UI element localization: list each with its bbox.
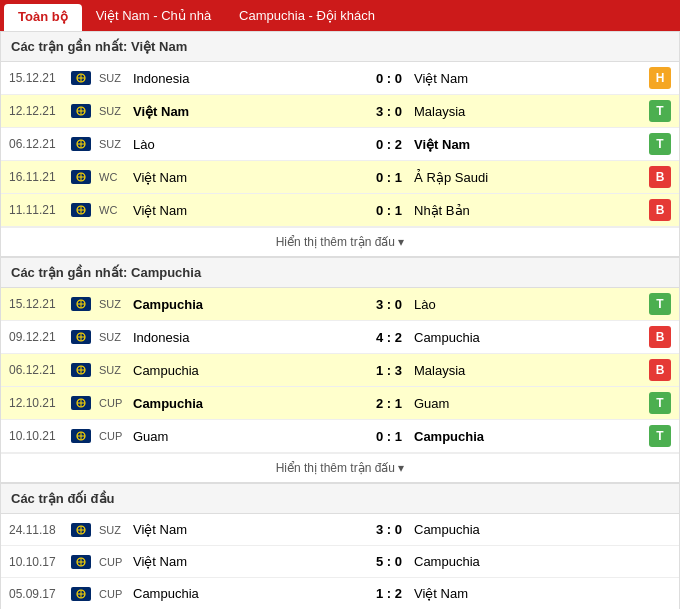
match-flag — [71, 297, 99, 311]
section-vietnam-recent: Các trận gần nhất: Việt Nam15.12.21 SUZI… — [0, 31, 680, 257]
match-home-team: Việt Nam — [133, 522, 368, 537]
match-away-team: Việt Nam — [410, 586, 645, 601]
match-away-team: Malaysia — [410, 104, 645, 119]
section-campuchia-recent: Các trận gần nhất: Campuchia15.12.21 SUZ… — [0, 257, 680, 483]
match-score: 0 : 1 — [368, 170, 410, 185]
match-result-badge: T — [649, 392, 671, 414]
match-flag — [71, 363, 99, 377]
match-score: 0 : 1 — [368, 203, 410, 218]
match-date: 16.11.21 — [9, 170, 71, 184]
match-score: 3 : 0 — [368, 522, 410, 537]
match-result-badge: B — [649, 166, 671, 188]
section-header-vietnam-recent: Các trận gần nhất: Việt Nam — [1, 32, 679, 62]
match-date: 06.12.21 — [9, 363, 71, 377]
sections-container: Các trận gần nhất: Việt Nam15.12.21 SUZI… — [0, 31, 680, 609]
tabs-bar: Toàn bộViệt Nam - Chủ nhàCampuchia - Đội… — [0, 0, 680, 31]
match-date: 10.10.17 — [9, 555, 71, 569]
match-score: 1 : 3 — [368, 363, 410, 378]
match-home-team: Campuchia — [133, 586, 368, 601]
match-competition: WC — [99, 171, 133, 183]
match-competition: SUZ — [99, 138, 133, 150]
match-competition: SUZ — [99, 364, 133, 376]
match-result-badge: B — [649, 359, 671, 381]
match-score: 0 : 0 — [368, 71, 410, 86]
match-row: 15.12.21 SUZIndonesia0 : 0Việt NamH — [1, 62, 679, 95]
match-score: 3 : 0 — [368, 104, 410, 119]
match-competition: CUP — [99, 430, 133, 442]
match-away-team: Campuchia — [410, 330, 645, 345]
match-flag — [71, 396, 99, 410]
match-row: 12.10.21 CUPCampuchia2 : 1GuamT — [1, 387, 679, 420]
section-header-campuchia-recent: Các trận gần nhất: Campuchia — [1, 258, 679, 288]
match-score: 3 : 0 — [368, 297, 410, 312]
match-home-team: Việt Nam — [133, 203, 368, 218]
match-away-team: Campuchia — [410, 554, 645, 569]
match-flag — [71, 71, 99, 85]
match-flag — [71, 203, 99, 217]
match-competition: WC — [99, 204, 133, 216]
match-row: 24.11.18 SUZViệt Nam3 : 0Campuchia — [1, 514, 679, 546]
match-date: 12.12.21 — [9, 104, 71, 118]
match-row: 12.12.21 SUZViệt Nam3 : 0MalaysiaT — [1, 95, 679, 128]
match-result-badge: H — [649, 67, 671, 89]
match-flag — [71, 429, 99, 443]
match-home-team: Campuchia — [133, 297, 368, 312]
match-row: 15.12.21 SUZCampuchia3 : 0LàoT — [1, 288, 679, 321]
match-home-team: Campuchia — [133, 396, 368, 411]
match-home-team: Việt Nam — [133, 554, 368, 569]
match-competition: CUP — [99, 588, 133, 600]
match-row: 09.12.21 SUZIndonesia4 : 2CampuchiaB — [1, 321, 679, 354]
match-home-team: Lào — [133, 137, 368, 152]
match-flag — [71, 587, 99, 601]
match-flag — [71, 555, 99, 569]
match-flag — [71, 523, 99, 537]
section-header-head-to-head: Các trận đối đầu — [1, 484, 679, 514]
match-competition: SUZ — [99, 72, 133, 84]
show-more-button[interactable]: Hiển thị thêm trận đấu ▾ — [1, 453, 679, 482]
match-result-badge: B — [649, 326, 671, 348]
match-score: 0 : 2 — [368, 137, 410, 152]
match-date: 15.12.21 — [9, 297, 71, 311]
match-home-team: Việt Nam — [133, 104, 368, 119]
match-date: 11.11.21 — [9, 203, 71, 217]
match-flag — [71, 137, 99, 151]
match-away-team: Guam — [410, 396, 645, 411]
match-away-team: Ả Rập Saudi — [410, 170, 645, 185]
match-result-badge: T — [649, 100, 671, 122]
match-result-badge: T — [649, 425, 671, 447]
match-competition: SUZ — [99, 331, 133, 343]
match-flag — [71, 330, 99, 344]
match-competition: CUP — [99, 556, 133, 568]
tab-1[interactable]: Việt Nam - Chủ nhà — [82, 0, 225, 31]
match-competition: CUP — [99, 397, 133, 409]
match-date: 06.12.21 — [9, 137, 71, 151]
match-away-team: Campuchia — [410, 429, 645, 444]
match-date: 24.11.18 — [9, 523, 71, 537]
tab-0[interactable]: Toàn bộ — [4, 4, 82, 31]
match-result-badge: T — [649, 133, 671, 155]
match-home-team: Việt Nam — [133, 170, 368, 185]
match-flag — [71, 170, 99, 184]
match-flag — [71, 104, 99, 118]
tab-2[interactable]: Campuchia - Đội khách — [225, 0, 389, 31]
match-date: 09.12.21 — [9, 330, 71, 344]
match-row: 06.12.21 SUZCampuchia1 : 3MalaysiaB — [1, 354, 679, 387]
match-home-team: Indonesia — [133, 71, 368, 86]
match-home-team: Guam — [133, 429, 368, 444]
match-row: 06.12.21 SUZLào0 : 2Việt NamT — [1, 128, 679, 161]
match-result-badge: T — [649, 293, 671, 315]
match-row: 10.10.21 CUPGuam0 : 1CampuchiaT — [1, 420, 679, 453]
show-more-button[interactable]: Hiển thị thêm trận đấu ▾ — [1, 227, 679, 256]
match-date: 15.12.21 — [9, 71, 71, 85]
match-row: 10.10.17 CUPViệt Nam5 : 0Campuchia — [1, 546, 679, 578]
match-row: 16.11.21 WCViệt Nam0 : 1Ả Rập SaudiB — [1, 161, 679, 194]
match-score: 5 : 0 — [368, 554, 410, 569]
match-competition: SUZ — [99, 298, 133, 310]
match-row: 05.09.17 CUPCampuchia1 : 2Việt Nam — [1, 578, 679, 609]
match-away-team: Campuchia — [410, 522, 645, 537]
match-score: 4 : 2 — [368, 330, 410, 345]
section-head-to-head: Các trận đối đầu24.11.18 SUZViệt Nam3 : … — [0, 483, 680, 609]
match-result-badge: B — [649, 199, 671, 221]
match-date: 12.10.21 — [9, 396, 71, 410]
match-competition: SUZ — [99, 105, 133, 117]
